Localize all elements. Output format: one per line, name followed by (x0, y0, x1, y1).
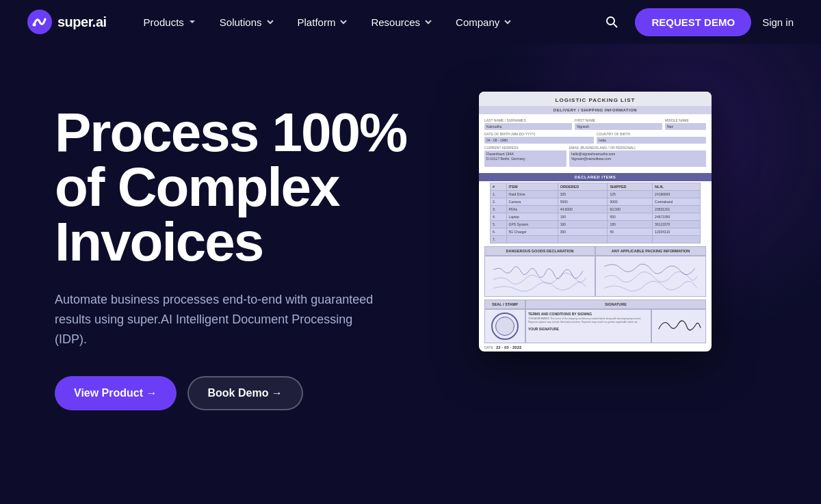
svg-line-3 (614, 24, 617, 27)
logo-text: super.ai (57, 14, 107, 30)
nav-right: REQUEST DEMO Sign in (599, 8, 794, 36)
doc-seal-circle (491, 313, 519, 340)
request-demo-button[interactable]: REQUEST DEMO (635, 8, 751, 36)
nav-item-solutions[interactable]: Solutions (210, 11, 285, 34)
doc-seal-label: SEAL / STAMP (484, 300, 525, 309)
doc-dangerous-label: DANGEROUS GOODS DECLARATION (484, 246, 595, 256)
doc-field-lastname: LAST NAME / SURNAMES Kalmudhu (484, 118, 572, 130)
nav-item-products[interactable]: Products (134, 11, 207, 34)
doc-terms-area: TERMS AND CONDITIONS BY SIGNING THIS AGR… (525, 309, 651, 343)
chevron-down-icon (338, 16, 349, 27)
table-row: 6.5G Charger3005612034110 (491, 228, 701, 236)
doc-row-1: LAST NAME / SURNAMES Kalmudhu FIRST NAME… (484, 118, 706, 130)
table-row: 4.Laptop15055024671950 (491, 213, 701, 221)
doc-field-country: COUNTRY OF BIRTH India (597, 132, 706, 144)
doc-sig-area (651, 309, 706, 343)
hero-title: Process 100% of Complex Invoices (55, 105, 438, 269)
search-icon (605, 15, 618, 29)
table-row: 7. (491, 236, 701, 243)
doc-seal-sig-headers: SEAL / STAMP SIGNATURE (484, 300, 706, 309)
hero-subtitle: Automate business processes end-to-end w… (55, 290, 383, 349)
sign-in-button[interactable]: Sign in (762, 16, 794, 28)
doc-seal-area (484, 309, 525, 343)
hero-section: Process 100% of Complex Invoices Automat… (0, 44, 821, 504)
nav-item-platform[interactable]: Platform (288, 11, 359, 34)
view-product-button[interactable]: View Product → (55, 376, 177, 410)
hero-right: LOGISTIC PACKING LIST DELIVERY / SHIPPIN… (479, 85, 712, 352)
doc-bottom-area: TERMS AND CONDITIONS BY SIGNING THIS AGR… (484, 309, 706, 343)
chevron-down-icon (187, 16, 198, 27)
doc-field-address: CURRENT ADDRESS Flazenfraurt 194AD-10117… (484, 146, 566, 167)
hero-buttons: View Product → Book Demo → (55, 376, 438, 410)
doc-field-dob: DATE OF BIRTH (MM-DD-YYYY) 04 - 09 - 199… (484, 132, 594, 144)
table-row: 5.GPS System16018036113370 (491, 221, 701, 228)
chevron-down-icon (265, 16, 276, 27)
nav-links: Products Solutions Platform Resources Co… (134, 11, 600, 34)
nav-item-resources[interactable]: Resources (361, 11, 443, 34)
doc-handwriting-area (484, 256, 706, 297)
chevron-down-icon (423, 16, 434, 27)
hero-left: Process 100% of Complex Invoices Automat… (55, 85, 438, 410)
doc-items-table: # ITEM ORDERED SHIPPED NLN. 1.Hard Drive… (490, 183, 701, 243)
table-row: 2.Camera50000000Contraband (491, 198, 701, 206)
doc-declared-header: DECLARED ITEMS (479, 173, 712, 181)
document-preview: LOGISTIC PACKING LIST DELIVERY / SHIPPIN… (479, 92, 712, 352)
doc-seal-inner (495, 317, 514, 336)
doc-table-wrapper: # ITEM ORDERED SHIPPED NLN. 1.Hard Drive… (479, 183, 712, 246)
doc-danger-pack-headers: DANGEROUS GOODS DECLARATION ANY APPLICAB… (484, 246, 706, 256)
doc-handwriting-left (484, 256, 595, 297)
doc-packing-label: ANY APPLICABLE PACKING INFORMATION (595, 246, 706, 256)
doc-field-email: EMAIL (BUSINESS AND / OR PERSONAL) hello… (569, 146, 706, 167)
search-button[interactable] (599, 10, 624, 34)
doc-signature-label: SIGNATURE (525, 300, 706, 309)
chevron-down-icon (502, 16, 513, 27)
doc-fields-section: LAST NAME / SURNAMES Kalmudhu FIRST NAME… (479, 114, 712, 172)
doc-field-middlename: MIDDLE NAME Nair (665, 118, 706, 130)
logo[interactable]: super.ai (27, 10, 107, 34)
doc-row-2: DATE OF BIRTH (MM-DD-YYYY) 04 - 09 - 199… (484, 132, 706, 144)
doc-field-firstname: FIRST NAME Vignesh (575, 118, 662, 130)
doc-section1-header: DELIVERY / SHIPPING INFORMATION (479, 106, 712, 114)
logo-icon (27, 10, 52, 34)
doc-title: LOGISTIC PACKING LIST (479, 92, 712, 106)
doc-row-3: CURRENT ADDRESS Flazenfraurt 194AD-10117… (484, 146, 706, 167)
doc-date-area: DATE 22 - 03 - 2022 (484, 343, 706, 352)
svg-point-2 (607, 17, 614, 25)
table-row: 1.Hard Drive32512524196843 (491, 191, 701, 198)
doc-handwriting-right (595, 256, 706, 297)
svg-point-1 (33, 23, 36, 27)
nav-item-company[interactable]: Company (446, 11, 523, 34)
book-demo-button[interactable]: Book Demo → (187, 376, 303, 410)
table-row: 3.PDAs44.900062.00020631201 (491, 206, 701, 213)
navbar: super.ai Products Solutions Platform Res… (0, 0, 821, 44)
